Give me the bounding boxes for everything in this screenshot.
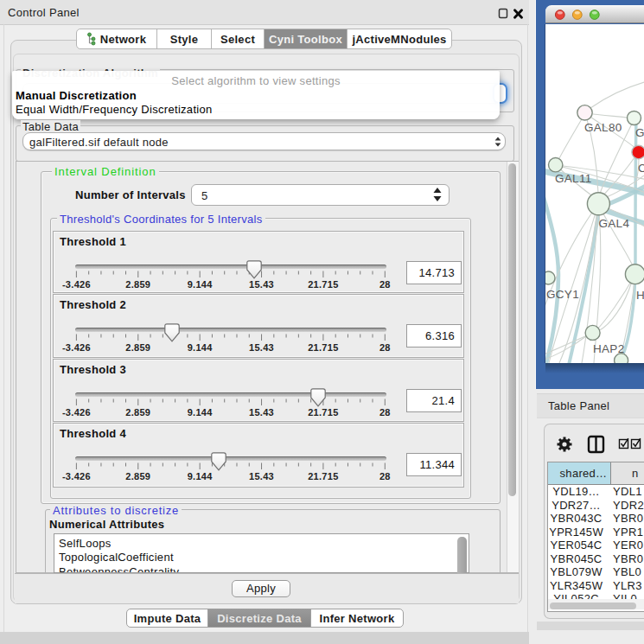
- svg-text:H: H: [636, 289, 644, 302]
- svg-text:GAL80: GAL80: [584, 121, 622, 134]
- svg-text:GCY1: GCY1: [546, 288, 579, 301]
- svg-text:GAL11: GAL11: [555, 172, 592, 185]
- svg-text:HAP2: HAP2: [593, 342, 624, 355]
- svg-text:G.: G.: [635, 126, 644, 139]
- svg-text:C: C: [638, 162, 644, 175]
- svg-text:GAL4: GAL4: [599, 217, 630, 230]
